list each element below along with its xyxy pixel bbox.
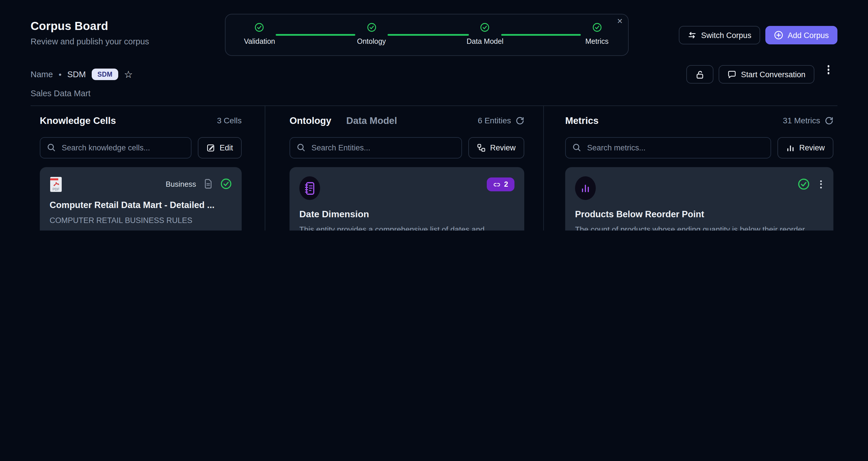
metric-card-description: The count of products whose ending quant…	[575, 224, 824, 230]
step-validation: Validation	[244, 23, 275, 45]
tab-ontology[interactable]: Ontology	[289, 115, 331, 126]
step-label: Validation	[244, 37, 275, 45]
link-icon	[493, 180, 501, 188]
board-columns: Knowledge Cells 3 Cells Edit	[0, 106, 868, 230]
bar-chart-icon	[786, 143, 795, 152]
step-metrics: Metrics	[585, 23, 609, 45]
swap-icon	[687, 31, 696, 39]
refresh-icon[interactable]	[825, 116, 833, 125]
step-ontology: Ontology	[357, 23, 386, 45]
add-corpus-label: Add Corpus	[787, 31, 829, 39]
entities-search	[289, 137, 462, 159]
edit-label: Edit	[219, 143, 233, 152]
metrics-column: Metrics 31 Metrics	[543, 106, 868, 230]
corpus-description: Sales Data Mart	[0, 89, 868, 98]
plus-circle-icon	[774, 31, 783, 40]
check-circle-icon	[255, 23, 265, 32]
metrics-title: Metrics	[565, 115, 599, 126]
step-label: Metrics	[585, 37, 609, 45]
knowledge-card-title: Computer Retail Data Mart - Detailed ...	[50, 200, 232, 210]
corpus-badge: SDM	[92, 69, 118, 80]
start-conversation-label: Start Conversation	[741, 70, 805, 79]
metric-card-title: Products Below Reorder Point	[575, 209, 824, 220]
start-conversation-button[interactable]: Start Conversation	[718, 65, 814, 84]
metrics-search-input[interactable]	[565, 137, 771, 159]
check-circle-icon	[480, 23, 490, 32]
review-label: Review	[799, 143, 825, 152]
ontology-review-button[interactable]: Review	[468, 137, 524, 159]
entity-journal-icon	[299, 176, 320, 200]
knowledge-cells-column: Knowledge Cells 3 Cells Edit	[0, 106, 265, 230]
document-icon	[204, 178, 213, 189]
entities-search-input[interactable]	[289, 137, 462, 159]
unlock-icon	[695, 69, 705, 79]
name-label: Name	[31, 70, 53, 79]
knowledge-cells-title: Knowledge Cells	[40, 115, 116, 126]
entities-list-viewport: 2 Date Dimension This entity provides a …	[289, 159, 524, 230]
switch-corpus-button[interactable]: Switch Corpus	[679, 26, 760, 44]
step-connector	[501, 34, 581, 35]
switch-corpus-label: Switch Corpus	[701, 31, 751, 39]
pdf-file-icon: PDF	[50, 176, 62, 193]
corpus-meta-row: Name • SDM SDM ☆ Start Conversation	[0, 65, 868, 84]
step-data-model: Data Model	[467, 23, 503, 45]
entity-card-title: Date Dimension	[299, 209, 515, 220]
review-label: Review	[490, 143, 516, 152]
more-options-button[interactable]	[819, 65, 837, 84]
workflow-icon	[477, 143, 485, 152]
check-circle-icon	[367, 23, 376, 32]
links-count: 2	[504, 180, 508, 189]
progress-stepper: ✕ Validation Ontology Data Mode	[225, 14, 629, 56]
metric-card[interactable]: Products Below Reorder Point The count o…	[565, 167, 833, 230]
links-badge: 2	[487, 177, 515, 191]
tab-data-model[interactable]: Data Model	[346, 115, 397, 126]
check-circle-icon	[592, 23, 602, 32]
unlock-button[interactable]	[686, 65, 713, 84]
entity-card[interactable]: 2 Date Dimension This entity provides a …	[289, 167, 524, 230]
edit-button[interactable]: Edit	[197, 137, 242, 159]
corpus-identity: Name • SDM SDM ☆	[31, 69, 133, 80]
category-label: Business	[166, 179, 196, 188]
add-corpus-button[interactable]: Add Corpus	[765, 26, 837, 44]
approved-check-icon	[220, 178, 232, 190]
corpus-board-page: Corpus Board Review and publish your cor…	[0, 0, 868, 230]
step-connector	[388, 34, 469, 35]
metrics-review-button[interactable]: Review	[777, 137, 833, 159]
refresh-icon[interactable]	[516, 116, 524, 125]
edit-pencil-icon	[206, 143, 215, 152]
ontology-column: Ontology Data Model 6 Entities	[265, 106, 543, 230]
separator-dot: •	[59, 70, 61, 79]
step-connector	[276, 34, 355, 35]
knowledge-search	[40, 137, 191, 159]
chat-icon	[727, 70, 736, 79]
entities-count: 6 Entities	[478, 116, 511, 125]
metric-more-options-button[interactable]	[818, 178, 824, 190]
knowledge-search-input[interactable]	[40, 137, 191, 159]
metric-bars-icon	[575, 176, 596, 200]
knowledge-card-description: COMPUTER RETAIL BUSINESS RULES	[50, 215, 232, 227]
svg-text:PDF: PDF	[53, 187, 59, 191]
corpus-actions: Start Conversation	[686, 65, 837, 84]
top-bar: Corpus Board Review and publish your cor…	[0, 0, 868, 61]
metrics-count: 31 Metrics	[783, 116, 820, 125]
knowledge-cells-count: 3 Cells	[217, 116, 242, 125]
close-icon[interactable]: ✕	[617, 17, 623, 25]
metrics-search	[565, 137, 771, 159]
star-icon[interactable]: ☆	[124, 69, 133, 79]
step-label: Ontology	[357, 37, 386, 45]
corpus-name: SDM	[67, 70, 86, 79]
top-actions: Switch Corpus Add Corpus	[679, 26, 837, 44]
step-label: Data Model	[467, 37, 503, 45]
knowledge-card[interactable]: PDF Business Computer Retail Dat	[40, 167, 242, 230]
approved-check-icon	[798, 178, 810, 190]
entity-card-description: This entity provides a comprehensive lis…	[299, 224, 515, 230]
